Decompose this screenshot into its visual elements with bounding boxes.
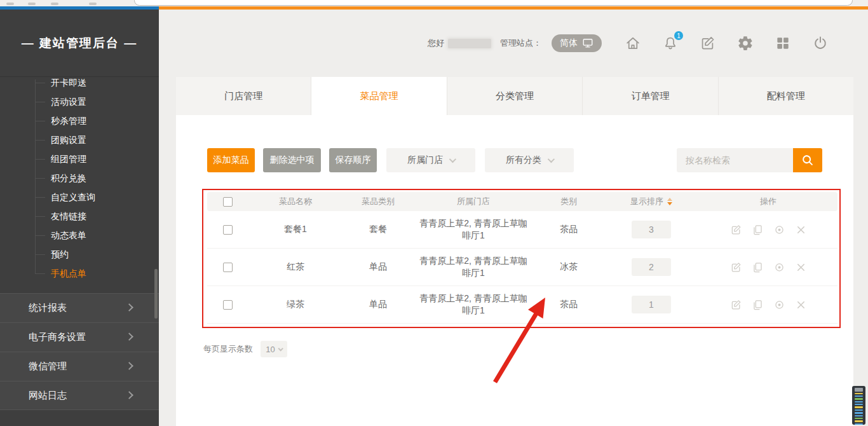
redacted-username xyxy=(448,39,491,48)
sidebar-item-team-management[interactable]: 组团管理 xyxy=(0,149,159,168)
dish-category: 茶品 xyxy=(534,299,604,310)
select-all-checkbox[interactable] xyxy=(223,197,233,207)
sidebar-item-group-buy[interactable]: 团购设置 xyxy=(0,130,159,149)
tab-dish-management[interactable]: 菜品管理 xyxy=(311,77,447,115)
dish-stores: 青青原上草2, 青青原上草咖啡厅1 xyxy=(419,255,528,279)
sort-order-value[interactable]: 1 xyxy=(632,296,671,313)
dish-category: 茶品 xyxy=(534,224,604,235)
browser-chrome-sliver xyxy=(0,0,868,6)
delete-button[interactable] xyxy=(795,224,807,236)
sidebar-section-ecommerce[interactable]: 电子商务设置 xyxy=(0,322,159,352)
sidebar-section-label: 统计报表 xyxy=(29,302,67,314)
dish-type: 套餐 xyxy=(343,224,413,235)
chevron-down-icon xyxy=(548,156,555,163)
tab-bar: 门店管理 菜品管理 分类管理 订单管理 配料管理 xyxy=(176,77,853,115)
dish-type: 单品 xyxy=(343,261,413,273)
top-header: 您好 管理站点： 简体 1 xyxy=(159,10,868,77)
language-switch-button[interactable]: 简体 xyxy=(552,34,602,52)
col-header-sort: 显示排序 xyxy=(630,196,663,207)
close-icon xyxy=(795,299,807,311)
search-icon xyxy=(801,153,815,167)
home-button[interactable] xyxy=(625,35,641,52)
sidebar-section-wechat[interactable]: 微信管理 xyxy=(0,352,159,381)
search-input[interactable] xyxy=(677,148,793,172)
page-size-dropdown[interactable]: 10 xyxy=(261,341,287,357)
notification-badge: 1 xyxy=(674,31,683,40)
edit-button[interactable] xyxy=(730,299,742,311)
sidebar-scrollbar[interactable] xyxy=(154,269,158,319)
edit-icon xyxy=(730,261,742,273)
apps-button[interactable] xyxy=(775,35,791,52)
notifications-button[interactable]: 1 xyxy=(662,35,679,52)
preview-button[interactable] xyxy=(773,261,785,273)
sidebar-submenu: 开卡即送 活动设置 秒杀管理 团购设置 组团管理 积分兑换 自定义查询 友情链接… xyxy=(0,73,159,283)
edit-icon xyxy=(730,224,742,236)
tab-ingredient-management[interactable]: 配料管理 xyxy=(719,77,853,115)
logout-button[interactable] xyxy=(812,35,829,52)
table-row: 红茶 单品 青青原上草2, 青青原上草咖啡厅1 冰茶 2 xyxy=(207,249,837,286)
grid-icon xyxy=(775,35,791,52)
dish-name: 红茶 xyxy=(248,261,343,273)
sidebar-item-mobile-ordering[interactable]: 手机点单 xyxy=(0,264,159,283)
close-icon xyxy=(795,261,807,273)
sidebar-item-dynamic-forms[interactable]: 动态表单 xyxy=(0,226,159,245)
category-filter-label: 所有分类 xyxy=(506,155,541,166)
sidebar-item-reservation[interactable]: 预约 xyxy=(0,245,159,264)
category-filter-dropdown[interactable]: 所有分类 xyxy=(485,148,574,172)
sort-desc-icon xyxy=(667,202,672,205)
copy-icon xyxy=(752,224,764,236)
edit-button[interactable] xyxy=(730,261,742,273)
greeting-label: 您好 xyxy=(428,38,444,49)
sort-order-value[interactable]: 2 xyxy=(632,258,671,276)
sidebar-section-label: 电子商务设置 xyxy=(29,331,86,343)
sidebar-item-friend-links[interactable]: 友情链接 xyxy=(0,207,159,226)
delete-button[interactable] xyxy=(795,299,807,311)
add-dish-button[interactable]: 添加菜品 xyxy=(207,148,255,172)
sidebar-item-custom-query[interactable]: 自定义查询 xyxy=(0,188,159,207)
compose-button[interactable] xyxy=(700,35,716,52)
sort-toggle[interactable] xyxy=(667,198,672,205)
store-filter-dropdown[interactable]: 所属门店 xyxy=(386,148,475,172)
preview-button[interactable] xyxy=(773,299,785,311)
table-row: 套餐1 套餐 青青原上草2, 青青原上草咖啡厅1 茶品 3 xyxy=(207,211,837,249)
tab-order-management[interactable]: 订单管理 xyxy=(583,77,718,115)
sort-order-value[interactable]: 3 xyxy=(632,221,671,238)
sidebar-item-points-exchange[interactable]: 积分兑换 xyxy=(0,168,159,188)
tab-category-management[interactable]: 分类管理 xyxy=(447,77,583,115)
dish-stores: 青青原上草2, 青青原上草咖啡厅1 xyxy=(419,292,528,317)
copy-button[interactable] xyxy=(752,299,764,311)
search-button[interactable] xyxy=(793,148,822,172)
app-logo-text: — 建站管理后台 — xyxy=(22,35,138,52)
preview-button[interactable] xyxy=(773,224,785,236)
row-checkbox[interactable] xyxy=(223,225,233,235)
copy-button[interactable] xyxy=(752,224,764,236)
sidebar-item-activity-settings[interactable]: 活动设置 xyxy=(0,92,159,111)
edit-button[interactable] xyxy=(730,224,742,236)
col-header-store: 所属门店 xyxy=(413,196,534,207)
delete-button[interactable] xyxy=(795,261,807,273)
sidebar-section-site-logs[interactable]: 网站日志 xyxy=(0,381,159,410)
scroll-minimap-widget[interactable] xyxy=(852,386,865,425)
monitor-icon xyxy=(582,38,593,49)
delete-selected-button[interactable]: 删除选中项 xyxy=(263,148,321,172)
browser-address-bar[interactable] xyxy=(134,0,853,6)
dish-stores: 青青原上草2, 青青原上草咖啡厅1 xyxy=(419,217,528,242)
copy-button[interactable] xyxy=(752,261,764,273)
sidebar-item-open-card-gift[interactable]: 开卡即送 xyxy=(0,73,159,92)
table-row: 绿茶 单品 青青原上草2, 青青原上草咖啡厅1 茶品 1 xyxy=(207,286,837,324)
row-checkbox[interactable] xyxy=(223,300,233,310)
sidebar-item-flash-sale[interactable]: 秒杀管理 xyxy=(0,111,159,130)
settings-button[interactable] xyxy=(737,35,754,52)
chevron-right-icon xyxy=(125,303,133,312)
browser-toolbar-fragment xyxy=(89,3,97,5)
chevron-right-icon xyxy=(125,391,133,399)
sidebar-section-label: 微信管理 xyxy=(29,361,67,373)
language-label: 简体 xyxy=(560,38,578,49)
row-checkbox[interactable] xyxy=(223,263,233,272)
save-order-button[interactable]: 保存顺序 xyxy=(329,148,377,172)
sidebar-section-statistics[interactable]: 统计报表 xyxy=(0,293,159,322)
pagination: 每页显示条数 10 xyxy=(203,341,287,357)
tab-store-management[interactable]: 门店管理 xyxy=(176,77,311,115)
dish-name: 绿茶 xyxy=(248,299,343,310)
chevron-down-icon xyxy=(278,346,283,351)
